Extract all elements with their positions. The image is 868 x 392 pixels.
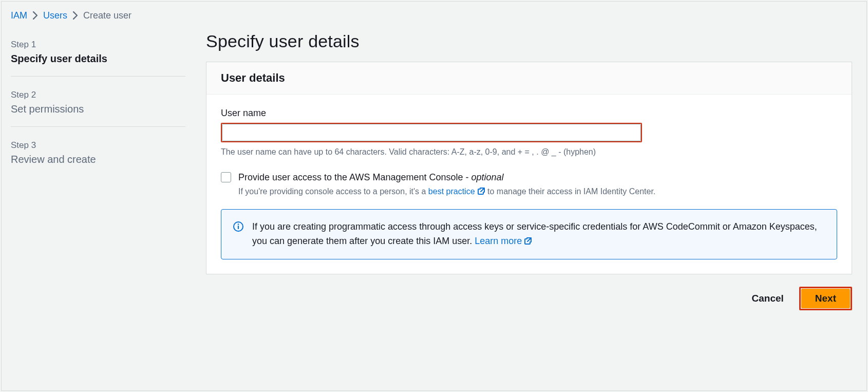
next-button-highlight: Next [799,287,852,310]
console-access-sub-post: to manage their access in IAM Identity C… [485,187,656,196]
console-access-sub-pre: If you're providing console access to a … [238,187,428,196]
wizard-step-2[interactable]: Step 2 Set permissions [11,85,185,127]
svg-point-1 [238,223,239,225]
step-title-label: Set permissions [11,103,185,115]
console-access-text: Provide user access to the AWS Managemen… [238,172,471,182]
learn-more-link[interactable]: Learn more [475,236,532,246]
info-alert-text: If you are creating programmatic access … [252,220,825,249]
step-title-label: Specify user details [11,53,185,65]
info-alert-message: If you are creating programmatic access … [252,221,817,246]
console-access-checkbox[interactable] [221,172,231,182]
panel-header: User details [206,62,852,95]
main-content: Specify user details User details User n… [206,31,852,381]
wizard-footer: Cancel Next [206,287,852,310]
breadcrumb: IAM Users Create user [11,11,852,20]
optional-tag: optional [471,172,504,182]
breadcrumb-current: Create user [83,11,131,20]
username-hint: The user name can have up to 64 characte… [221,147,837,157]
best-practice-link-text: best practice [428,187,475,196]
step-num-label: Step 2 [11,90,185,100]
breadcrumb-iam[interactable]: IAM [11,11,27,20]
chevron-right-icon [72,11,78,20]
wizard-step-3[interactable]: Step 3 Review and create [11,135,185,177]
cancel-button[interactable]: Cancel [746,289,790,308]
username-input-highlight [221,123,642,142]
external-link-icon [524,237,532,245]
user-details-panel: User details User name The user name can… [206,62,852,274]
breadcrumb-users[interactable]: Users [43,11,67,20]
page-title: Specify user details [206,31,852,51]
console-access-label: Provide user access to the AWS Managemen… [238,171,655,183]
panel-header-title: User details [221,71,837,85]
external-link-icon [477,187,485,195]
username-input[interactable] [222,124,641,141]
next-button[interactable]: Next [801,289,850,308]
chevron-right-icon [32,11,38,20]
wizard-steps: Step 1 Specify user details Step 2 Set p… [11,31,185,381]
console-access-description: If you're providing console access to a … [238,185,655,198]
username-label: User name [221,108,837,119]
step-num-label: Step 3 [11,140,185,151]
svg-rect-2 [238,226,239,229]
step-title-label: Review and create [11,154,185,165]
learn-more-link-text: Learn more [475,236,522,246]
wizard-step-1[interactable]: Step 1 Specify user details [11,34,185,77]
best-practice-link[interactable]: best practice [428,187,485,196]
step-num-label: Step 1 [11,40,185,50]
info-alert: If you are creating programmatic access … [221,209,837,259]
console-access-row: Provide user access to the AWS Managemen… [221,171,837,198]
info-icon [233,221,244,232]
